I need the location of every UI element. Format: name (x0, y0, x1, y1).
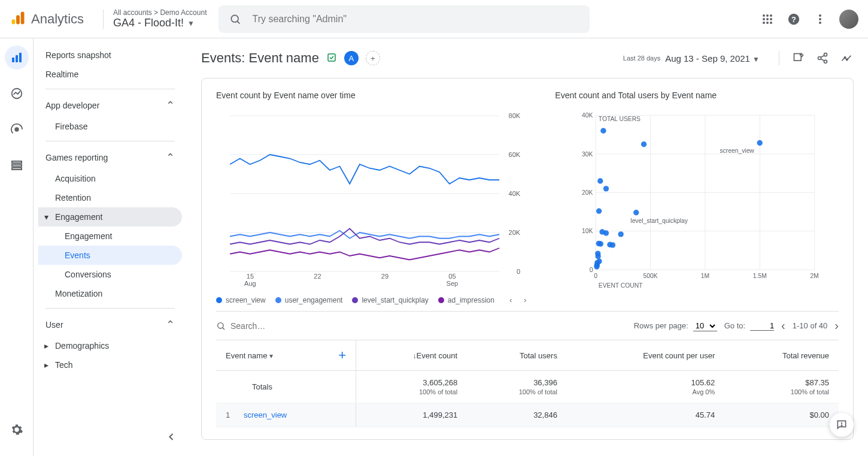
sidebar-item-realtime[interactable]: Realtime (38, 65, 182, 84)
header-actions: ? (760, 10, 858, 29)
col-total-revenue[interactable]: Total revenue (724, 340, 839, 371)
svg-point-91 (596, 253, 601, 259)
sidebar-item-firebase[interactable]: Firebase (38, 117, 182, 136)
svg-text:TOTAL USERS: TOTAL USERS (599, 116, 641, 122)
col-count-per-user[interactable]: Event count per user (567, 340, 724, 371)
avatar[interactable] (839, 10, 858, 29)
svg-text:22: 22 (314, 273, 321, 280)
sidebar-item-monetization[interactable]: Monetization (38, 284, 182, 303)
svg-text:2M: 2M (811, 273, 819, 279)
rail-advertising-icon[interactable] (5, 117, 29, 141)
sidebar-item-label: Firebase (55, 122, 87, 131)
svg-point-9 (766, 18, 769, 20)
svg-rect-26 (12, 168, 22, 170)
verified-icon (326, 52, 337, 65)
add-dimension-button[interactable]: + (338, 348, 346, 363)
segment-chip[interactable]: A (344, 51, 359, 65)
property-selector[interactable]: All accounts > Demo Account GA4 - Flood-… (113, 8, 207, 29)
legend-prev-icon[interactable]: ‹ (505, 294, 517, 306)
rail-reports-icon[interactable] (5, 46, 29, 70)
sidebar-item-reports-snapshot[interactable]: Reports snapshot (38, 46, 182, 65)
scatter-chart-title: Event count and Total users by Event nam… (555, 90, 839, 100)
apps-icon[interactable] (760, 12, 775, 26)
search-input[interactable] (252, 14, 580, 25)
chevron-down-icon: ▾ (44, 212, 48, 222)
svg-text:0: 0 (517, 268, 520, 275)
col-total-users[interactable]: Total users (467, 340, 567, 371)
sidebar-item-events[interactable]: Events (38, 246, 182, 265)
sidebar-item-label: Events (65, 250, 90, 260)
legend-item-screen_view[interactable]: screen_view (216, 296, 266, 304)
sidebar-item-retention[interactable]: Retention (38, 188, 182, 207)
logo[interactable]: Analytics (10, 10, 84, 28)
table-row-totals: Totals3,605,268100% of total36,396100% o… (216, 371, 839, 403)
content-header: Events: Event name A + Last 28 days Aug … (201, 38, 854, 78)
app-header: Analytics All accounts > Demo Account GA… (0, 0, 868, 38)
sidebar-item-user[interactable]: User⌃ (38, 313, 182, 336)
svg-text:10K: 10K (582, 228, 593, 234)
share-icon[interactable] (815, 51, 830, 65)
insights-icon[interactable] (839, 51, 854, 65)
line-chart[interactable]: 020K40K60K80K15Aug222905Sep (216, 110, 531, 289)
table-search-input[interactable] (230, 321, 350, 331)
sidebar-item-app-developer[interactable]: App developer⌃ (38, 94, 182, 117)
svg-point-89 (610, 242, 615, 247)
sidebar-item-engagement[interactable]: ▾Engagement (38, 207, 182, 227)
rail-explore-icon[interactable] (5, 81, 29, 105)
events-table: Event name ▾ + ↓Event count Total users … (216, 340, 839, 427)
product-name: Analytics (31, 11, 84, 27)
col-event-name[interactable]: Event name ▾ + (216, 340, 356, 371)
sidebar-item-engagement[interactable]: Engagement (38, 227, 182, 246)
sidebar-item-label: Demographics (55, 341, 109, 351)
svg-point-78 (603, 186, 609, 191)
page-prev-icon[interactable]: ‹ (781, 319, 785, 333)
sidebar-item-label: Tech (55, 360, 73, 370)
sidebar-item-label: Engagement (65, 231, 112, 241)
scatter-chart[interactable]: TOTAL USERS010K20K30K40K0500K1M1.5M2MEVE… (555, 110, 839, 289)
caret-down-icon: ▼ (752, 55, 760, 64)
page-next-icon[interactable]: › (834, 319, 839, 333)
report-card: Event count by Event name over time 020K… (201, 78, 854, 440)
legend-item-user_engagement[interactable]: user_engagement (275, 296, 343, 304)
chevron-up-icon: ⌃ (166, 99, 175, 112)
search-bar[interactable] (218, 5, 590, 33)
rpp-select[interactable]: 10 (693, 321, 717, 331)
event-name-link[interactable]: screen_view (244, 410, 287, 419)
svg-text:Aug: Aug (244, 280, 256, 287)
feedback-button[interactable] (830, 413, 854, 437)
rows-per-page[interactable]: Rows per page: 10 (634, 321, 717, 331)
svg-text:?: ? (791, 14, 796, 23)
collapse-sidebar-button[interactable] (162, 427, 181, 446)
sidebar-item-games-reporting[interactable]: Games reporting⌃ (38, 146, 182, 169)
rail-admin-gear-icon[interactable] (5, 418, 29, 442)
sidebar-item-demographics[interactable]: ▸Demographics (38, 336, 182, 355)
svg-point-79 (597, 178, 603, 183)
svg-rect-20 (16, 55, 18, 62)
nav-rail (0, 38, 34, 456)
help-icon[interactable]: ? (787, 12, 801, 26)
legend-next-icon[interactable]: › (519, 294, 531, 306)
line-chart-panel: Event count by Event name over time 020K… (216, 90, 531, 306)
svg-text:1.5M: 1.5M (753, 273, 767, 279)
sidebar-item-tech[interactable]: ▸Tech (38, 355, 182, 375)
add-segment-button[interactable]: + (366, 51, 380, 65)
rail-configure-icon[interactable] (5, 153, 29, 177)
sidebar-item-label: Monetization (55, 289, 102, 298)
legend-item-level_start_quickplay[interactable]: level_start_quickplay (352, 296, 428, 304)
sidebar-item-label: Reports snapshot (45, 50, 111, 60)
goto-page[interactable]: Go to: (724, 321, 774, 331)
rpp-label: Rows per page: (634, 321, 688, 330)
sidebar-item-conversions[interactable]: Conversions (38, 265, 182, 284)
col-event-count[interactable]: ↓Event count (356, 340, 468, 371)
table-search[interactable] (216, 321, 627, 331)
legend-item-ad_impression[interactable]: ad_impression (438, 296, 494, 304)
table-row[interactable]: 1screen_view1,499,23132,84645.74$0.00 (216, 403, 839, 427)
customize-report-icon[interactable] (791, 51, 806, 65)
sidebar-item-label: User (45, 320, 63, 330)
sidebar-item-acquisition[interactable]: Acquisition (38, 169, 182, 188)
svg-text:1M: 1M (701, 273, 709, 279)
svg-text:0: 0 (594, 273, 598, 279)
more-vert-icon[interactable] (813, 12, 827, 26)
date-range-picker[interactable]: Last 28 days Aug 13 - Sep 9, 2021 ▼ (623, 53, 760, 64)
goto-input[interactable] (750, 321, 774, 331)
